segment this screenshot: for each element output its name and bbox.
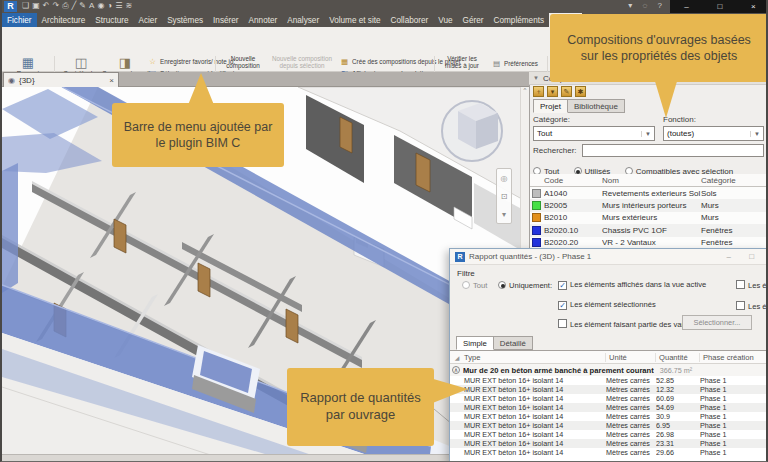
color-swatch	[532, 238, 541, 247]
categorie-label: Catégorie:	[533, 115, 570, 124]
panel-toolbar: ＋ ▾ ✎ ✱	[533, 86, 586, 98]
chevron-down-icon: ▼	[750, 131, 760, 137]
minimize-icon[interactable]: –	[684, 2, 688, 11]
view-cube[interactable]	[442, 101, 502, 161]
checkbox-right-2[interactable]: Les élémen	[736, 301, 768, 311]
checkbox-right-1[interactable]: Les élémen	[736, 280, 768, 290]
tab-annoter[interactable]: Annoter	[244, 13, 283, 27]
dialog-radio-uniquement[interactable]: Uniquement:	[498, 281, 552, 290]
dialog-tab-simple[interactable]: Simple	[456, 336, 494, 350]
table-row[interactable]: MUR EXT béton 16+ isolant 14Mètres carré…	[450, 430, 767, 439]
collapse-chevron-icon[interactable]: ∧	[452, 366, 460, 374]
tab-systemes[interactable]: Systèmes	[162, 13, 208, 27]
panel-tabs: Projet Bibliothèque	[533, 99, 625, 113]
table-row[interactable]: MUR EXT béton 16+ isolant 14Mètres carré…	[450, 376, 767, 385]
quick-access-toolbar[interactable]: ❏▣↶↷⎙╱✎A◉◑☰≋	[22, 1, 135, 11]
categorie-select[interactable]: Tout▼	[533, 126, 655, 141]
revit-window: R ❏▣↶↷⎙╱✎A◉◑☰≋ ▾ ◌ ? – □ × Fichier Archi…	[0, 0, 768, 462]
import-composition-icon[interactable]: ▾	[547, 86, 558, 97]
table-row[interactable]: B2010Murs extérieursMurs	[530, 212, 768, 224]
steering-wheel-icon[interactable]: ◎	[501, 174, 508, 183]
fonction-select[interactable]: (toutes)▼	[663, 126, 764, 141]
checkbox-icon: ✓	[558, 301, 567, 310]
panel-table: A1040Revetements exterieurs Sol duSols B…	[530, 187, 768, 249]
column-unite[interactable]: Unité	[606, 353, 656, 362]
table-row[interactable]: MUR EXT béton 16+ isolant 14Mètres carré…	[450, 394, 767, 403]
new-composition-icon[interactable]: ＋	[533, 86, 544, 97]
sort-icon[interactable]: ◢	[450, 354, 464, 361]
navbar-more-icon[interactable]: ▾	[502, 210, 506, 219]
column-categorie[interactable]: Catégorie	[701, 176, 768, 185]
column-phase-creation[interactable]: Phase création	[700, 353, 767, 362]
dialog-radio-tout[interactable]: Tout	[462, 281, 487, 290]
table-row[interactable]: MUR EXT béton 16+ isolant 14Mètres carré…	[450, 439, 767, 448]
dialog-title-bar[interactable]: R Rapport quantités - (3D) - Phase 1 – □	[450, 249, 767, 265]
revit-dialog-icon: R	[455, 252, 465, 262]
table-row[interactable]: MUR EXT béton 16+ isolant 14Mètres carré…	[450, 448, 767, 457]
preferences-icon: ▤	[492, 59, 501, 68]
panel-tab-bibliotheque[interactable]: Bibliothèque	[568, 99, 625, 113]
tab-fichier[interactable]: Fichier	[2, 13, 37, 27]
zoom-icon[interactable]: ⊡	[501, 192, 508, 201]
window-controls: – □ ×	[670, 0, 768, 13]
group-row[interactable]: ∧ Mur de 20 en béton armé banché à parem…	[450, 364, 767, 376]
rechercher-label: Rechercher:	[533, 146, 577, 155]
view-tab-3d[interactable]: ◉ {3D} ×	[3, 72, 119, 87]
tab-acier[interactable]: Acier	[133, 13, 162, 27]
3d-globe-icon: ◉	[8, 76, 15, 85]
table-row[interactable]: MUR EXT béton 16+ isolant 14Mètres carré…	[450, 421, 767, 430]
tab-vue[interactable]: Vue	[433, 13, 457, 27]
column-quantite[interactable]: Quantité	[656, 353, 700, 362]
tab-structure[interactable]: Structure	[90, 13, 133, 27]
titlebar-right-icons[interactable]: ▾ ◌ ?	[628, 1, 666, 10]
checkbox-selectionnes[interactable]: ✓Les élément sélectionnés	[558, 300, 656, 310]
dialog-tab-detaille[interactable]: Détaillé	[494, 336, 533, 350]
dialog-window-buttons[interactable]: – □	[726, 252, 762, 261]
table-row[interactable]: B2005Murs intérieurs porteursMurs	[530, 199, 768, 211]
checkbox-vue-active[interactable]: ✓Les éléments affichés dans la vue activ…	[558, 280, 706, 290]
column-type[interactable]: Type	[464, 353, 606, 362]
tab-gerer[interactable]: Gérer	[458, 13, 489, 27]
color-swatch	[532, 201, 541, 210]
assign-composition-icon[interactable]: ✱	[575, 86, 586, 97]
tab-collaborer[interactable]: Collaborer	[386, 13, 434, 27]
tab-inserer[interactable]: Insérer	[208, 13, 243, 27]
rapport-quantites-dialog: R Rapport quantités - (3D) - Phase 1 – □…	[449, 248, 768, 462]
table-row[interactable]: B2020.10Chassis PVC 1OFFenêtres	[530, 224, 768, 236]
navigation-bar[interactable]: ◎ ⊡ ▾	[496, 168, 512, 224]
panel-table-header[interactable]: Code Nom Catégorie	[530, 174, 768, 187]
tab-complements[interactable]: Compléments	[489, 13, 550, 27]
callout-tail	[430, 378, 468, 404]
table-row[interactable]: A1040Revetements exterieurs Sol duSols	[530, 187, 768, 199]
color-swatch	[532, 189, 541, 198]
group-total: 366.75 m²	[660, 366, 692, 375]
tab-analyser[interactable]: Analyser	[282, 13, 324, 27]
tab-volume-et-site[interactable]: Volume et site	[324, 13, 385, 27]
close-icon[interactable]: ×	[751, 2, 756, 11]
view-tab-close-icon[interactable]: ×	[109, 76, 114, 85]
edit-composition-icon[interactable]: ✎	[561, 86, 572, 97]
preferences-button[interactable]: ▤ Préférences	[492, 58, 538, 69]
panel-tab-projet[interactable]: Projet	[533, 99, 568, 113]
dialog-table-header[interactable]: ◢ Type Unité Quantité Phase création	[450, 351, 767, 364]
callout-tail	[654, 78, 678, 118]
table-row[interactable]: MUR EXT béton 16+ isolant 14Mètres carré…	[450, 385, 767, 394]
star-icon: ☆	[148, 57, 157, 66]
checkbox-icon	[736, 301, 745, 310]
callout-tail	[188, 73, 214, 105]
callout-compositions: Compositions d'ouvrages basées sur les p…	[550, 14, 768, 82]
search-input[interactable]	[582, 144, 764, 157]
panel-menu-icon[interactable]: ▼	[533, 75, 539, 81]
revit-logo-icon[interactable]: R	[4, 1, 17, 12]
column-code[interactable]: Code	[544, 176, 602, 185]
dialog-table: ◢ Type Unité Quantité Phase création ∧ M…	[450, 350, 767, 462]
table-row[interactable]: MUR EXT béton 16+ isolant 14Mètres carré…	[450, 403, 767, 412]
quantity-table-icon: ▦	[5, 56, 51, 70]
table-row[interactable]: MUR EXT béton 16+ isolant 14Mètres carré…	[450, 412, 767, 421]
selectionner-button[interactable]: Sélectionner...	[682, 315, 752, 330]
checkbox-icon: ✓	[558, 281, 567, 290]
checkbox-icon	[736, 280, 745, 289]
column-nom[interactable]: Nom	[602, 176, 701, 185]
tab-architecture[interactable]: Architecture	[37, 13, 91, 27]
maximize-icon[interactable]: □	[717, 2, 722, 11]
